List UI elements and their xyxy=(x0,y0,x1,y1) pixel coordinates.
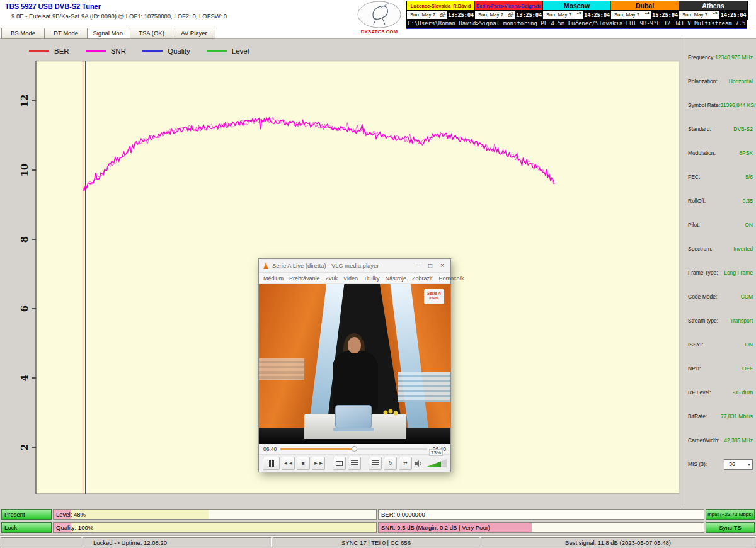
minimize-button[interactable]: – xyxy=(414,262,423,269)
volume-fill xyxy=(425,459,441,467)
stop-button[interactable]: ■ xyxy=(297,457,310,470)
clock-city-label: Dubai xyxy=(611,1,679,11)
badge-title: Serie A xyxy=(424,291,444,296)
param-label: Standard: xyxy=(688,126,711,132)
utc-offset-value: +4 xyxy=(645,11,650,15)
param-row-symbol-rate: Symbol Rate:31396,844 KS/s xyxy=(688,93,753,117)
param-row-standard: Standard:DVB-S2 xyxy=(688,117,753,141)
param-value: Inverted xyxy=(733,246,753,252)
param-row-rf-level: RF Level:-35 dBm xyxy=(688,380,753,404)
clock-time-row: Sun, May 7+314:25:04 xyxy=(543,11,610,20)
param-value: 0,35 xyxy=(742,198,753,204)
vlc-window: Serie A Live (diretta) - VLC media playe… xyxy=(258,258,451,472)
status-best-signal: Best signal: 11,8 dB (2023-05-07 05:48) xyxy=(481,537,755,547)
maximize-button[interactable]: □ xyxy=(426,262,435,269)
parameter-rows: Frequency:12340,976 MHzPolarization:Hori… xyxy=(688,45,753,452)
param-label: CarrierWidth: xyxy=(688,437,719,443)
clock-moscow: MoscowSun, May 7+314:25:04 xyxy=(543,1,611,20)
level-label: Level: 48% xyxy=(56,510,86,519)
tab-signal-mon[interactable]: Signal Mon. xyxy=(87,28,130,39)
menu-titulky[interactable]: Titulky xyxy=(364,275,380,282)
param-label: Frequency: xyxy=(688,54,715,60)
extended-settings-button[interactable] xyxy=(348,457,361,470)
mis-select[interactable]: 36 ▾ xyxy=(724,459,753,470)
volume-slider[interactable] xyxy=(425,459,447,467)
tab-tsa-ok[interactable]: TSA (OK) xyxy=(130,28,173,39)
quality-fill xyxy=(54,523,376,532)
clock-utc-offset: +1DST xyxy=(507,11,515,20)
param-label: NPD: xyxy=(688,365,701,372)
param-row-modulation: Modulation:8PSK xyxy=(688,141,753,165)
utc-offset-value: +3 xyxy=(577,11,581,15)
svg-text:6: 6 xyxy=(19,305,30,312)
dst-flag: DST xyxy=(508,15,514,18)
param-row-npd: NPD:OFF xyxy=(688,357,753,380)
param-label: Modulation: xyxy=(688,150,716,156)
param-value: 31396,844 KS/s xyxy=(720,102,756,108)
playlist-button[interactable] xyxy=(369,457,382,470)
header: TBS 5927 USB DVB-S2 Tuner 9.0E - Eutelsa… xyxy=(0,0,756,39)
param-value: OFF xyxy=(742,365,753,372)
clock-time: 13:25:04 xyxy=(515,11,542,20)
clock-city-label: Athens xyxy=(679,1,747,11)
tab-bs-mode[interactable]: BS Mode xyxy=(1,28,44,39)
previous-button[interactable]: ◄◄ xyxy=(282,457,295,470)
menu-m-dium[interactable]: Médium xyxy=(263,275,284,282)
clock-utc-offset: +4 xyxy=(643,11,651,20)
dst-flag: DST xyxy=(440,15,446,18)
seek-bar[interactable] xyxy=(280,448,427,450)
vlc-controls: ◄◄ ■ ►► ↻ ⇄ 73% xyxy=(259,454,450,472)
param-value: 42,385 MHz xyxy=(724,437,753,443)
dxsatcs-logo: DXSATCS.COM xyxy=(355,0,404,39)
shuffle-button[interactable]: ⇄ xyxy=(399,457,412,470)
clock-date: Sun, May 7 xyxy=(407,11,438,20)
param-value: Transport xyxy=(730,317,753,324)
flowers xyxy=(382,409,400,416)
seek-handle[interactable] xyxy=(352,446,357,452)
clock-city-label: Berlin-Paris-Vienna-Belgrade xyxy=(475,1,542,11)
menu-zobrazi[interactable]: Zobraziť xyxy=(412,275,433,282)
clock-utc-offset: +3 xyxy=(711,11,719,20)
tab-dt-mode[interactable]: DT Mode xyxy=(44,28,87,39)
param-label: Polarization: xyxy=(688,78,718,84)
menu-video[interactable]: Video xyxy=(343,275,358,282)
svg-text:2: 2 xyxy=(19,444,30,450)
ber-label: BER: 0,0000000 xyxy=(381,510,425,519)
param-value: 8PSK xyxy=(739,150,753,156)
param-row-issyi: ISSYI:ON xyxy=(688,333,753,357)
menu-pomocn-k[interactable]: Pomocník xyxy=(439,275,464,282)
laptop-screen xyxy=(335,405,372,428)
pause-button[interactable] xyxy=(263,457,280,470)
close-button[interactable]: × xyxy=(438,262,447,269)
quality-bar: Quality: 100% xyxy=(53,522,377,533)
clock-time: 15:25:04 xyxy=(651,11,679,20)
param-value: Horizontal xyxy=(729,78,753,84)
laptop xyxy=(333,404,374,431)
param-value: CCM xyxy=(741,294,753,300)
speaker-icon[interactable] xyxy=(414,460,423,467)
vlc-video[interactable]: Serie A diretta xyxy=(259,284,450,444)
tab-bar: BS ModeDT ModeSignal Mon.TSA (OK)AV Play… xyxy=(1,28,215,39)
menu-zvuk[interactable]: Zvuk xyxy=(326,275,338,282)
time-elapsed: 06:40 xyxy=(263,446,277,452)
clock-time: 14:25:04 xyxy=(583,11,610,20)
ber-bar: BER: 0,0000000 xyxy=(378,509,704,520)
fullscreen-button[interactable] xyxy=(333,457,346,470)
playlist-icon xyxy=(372,460,379,466)
vlc-titlebar[interactable]: Serie A Live (diretta) - VLC media playe… xyxy=(259,259,450,273)
next-button[interactable]: ►► xyxy=(312,457,325,470)
mis-label: MIS (3): xyxy=(688,461,707,467)
clock-lu-enec-slovakia-r-d-vid: Lučenec-Slovakia_R.DávidSun, May 7+1DST1… xyxy=(407,1,475,20)
svg-text:8: 8 xyxy=(19,236,30,243)
tab-av-player[interactable]: AV Player xyxy=(173,28,215,39)
menu-prehr-vanie[interactable]: Prehrávanie xyxy=(289,275,320,282)
snr-bar: SNR: 9,5 dB (Margin: 0,2 dB | Very Poor) xyxy=(378,522,704,533)
equalizer-icon xyxy=(351,460,358,466)
studio-band-left xyxy=(259,358,304,380)
badge-label: diretta xyxy=(424,296,444,300)
menu-n-stroje[interactable]: Nástroje xyxy=(386,275,407,282)
param-label: RollOff: xyxy=(688,198,706,204)
loop-button[interactable]: ↻ xyxy=(384,457,397,470)
param-value: 12340,976 MHz xyxy=(715,54,753,60)
param-row-carrierwidth: CarrierWidth:42,385 MHz xyxy=(688,428,753,452)
